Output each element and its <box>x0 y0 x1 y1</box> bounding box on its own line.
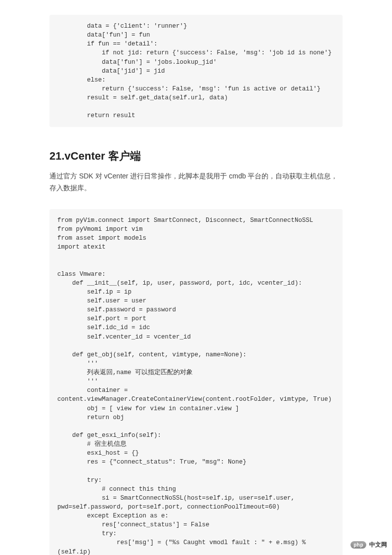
code-1-text: data = {'client': 'runner'} data['fun'] … <box>57 22 335 120</box>
code-block-1: data = {'client': 'runner'} data['fun'] … <box>49 15 343 127</box>
code-2-text: from pyVim.connect import SmartConnect, … <box>57 216 335 555</box>
watermark-text: 中文网 <box>369 541 387 549</box>
code-block-2: from pyVim.connect import SmartConnect, … <box>49 209 343 555</box>
section-paragraph: 通过官方 SDK 对 vCenter 进行日常操作，此脚本是我用于 cmdb 平… <box>49 171 343 194</box>
php-badge-icon: php <box>350 541 366 549</box>
article-content: data = {'client': 'runner'} data['fun'] … <box>0 15 392 555</box>
section-heading: 21.vCenter 客户端 <box>49 149 343 164</box>
site-watermark: php 中文网 <box>350 541 387 549</box>
